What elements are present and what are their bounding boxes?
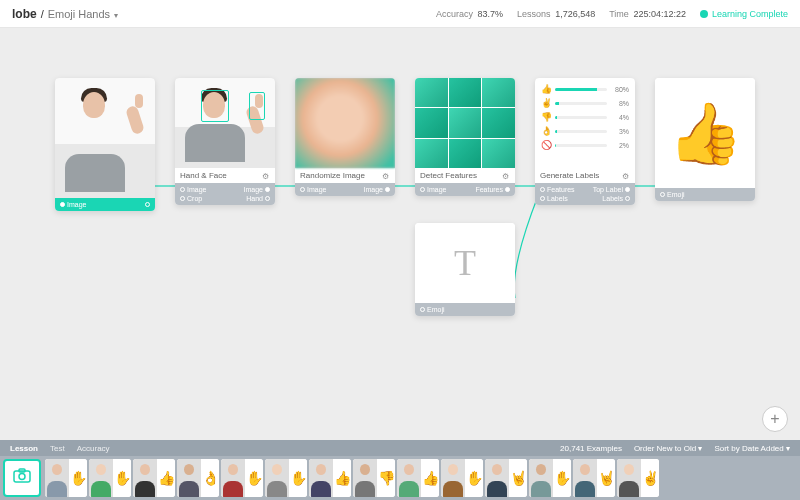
- example-thumbnail[interactable]: 👌: [177, 459, 219, 497]
- header-stats: Accuracy 83.7% Lessons 1,726,548 Time 22…: [436, 9, 788, 19]
- thumbnail-emoji: ✋: [69, 459, 87, 497]
- detect-preview: [415, 78, 515, 168]
- tab-lesson[interactable]: Lesson: [10, 444, 38, 453]
- thumbnail-emoji: 👍: [333, 459, 351, 497]
- brand-name: lobe: [12, 7, 37, 21]
- example-thumbnail[interactable]: ✋: [529, 459, 571, 497]
- label-prediction-row: 🚫2%: [541, 140, 629, 150]
- label-prediction-row: 👎4%: [541, 112, 629, 122]
- node-hand-and-face[interactable]: Hand & Face⚙ Image Image Crop Hand: [175, 78, 275, 205]
- example-thumbnail[interactable]: ✌️: [617, 459, 659, 497]
- plus-icon: +: [770, 410, 779, 428]
- add-node-button[interactable]: +: [762, 406, 788, 432]
- example-thumbnail[interactable]: ✋: [265, 459, 307, 497]
- thumbnail-emoji: 🤘: [597, 459, 615, 497]
- example-thumbnail[interactable]: 👎: [353, 459, 395, 497]
- thumbnail-emoji: 👌: [201, 459, 219, 497]
- thumbnail-emoji: 👍: [157, 459, 175, 497]
- example-thumbnail[interactable]: ✋: [221, 459, 263, 497]
- label-prediction-row: ✌️8%: [541, 98, 629, 108]
- handface-preview: [175, 78, 275, 168]
- status-dot-icon: [700, 10, 708, 18]
- example-thumbnail[interactable]: 🤘: [573, 459, 615, 497]
- label-pct: 8%: [611, 100, 629, 107]
- tab-test[interactable]: Test: [50, 444, 65, 453]
- example-thumbnail[interactable]: ✋: [441, 459, 483, 497]
- chevron-down-icon[interactable]: ▾: [114, 11, 118, 20]
- graph-canvas[interactable]: Image Hand & Face⚙ Image Image Crop Hand…: [0, 28, 800, 440]
- label-glyph: 🚫: [541, 140, 551, 150]
- gear-icon[interactable]: ⚙: [622, 172, 630, 180]
- node-input-image[interactable]: Image: [55, 78, 155, 211]
- label-pct: 4%: [611, 114, 629, 121]
- label-glyph: 👎: [541, 112, 551, 122]
- thumbnail-emoji: 👎: [377, 459, 395, 497]
- label-pct: 80%: [611, 86, 629, 93]
- chevron-down-icon: ▾: [698, 444, 702, 453]
- labels-preview: 👍80%✌️8%👎4%👌3%🚫2%: [535, 78, 635, 168]
- gear-icon[interactable]: ⚙: [502, 172, 510, 180]
- node-text-emoji[interactable]: T Emoji: [415, 223, 515, 316]
- thumbnail-emoji: ✋: [289, 459, 307, 497]
- example-strip[interactable]: ✋✋👍👌✋✋👍👎👍✋🤘✋🤘✌️: [0, 456, 800, 500]
- footer-tabs: LessonTestAccuracy: [10, 444, 110, 453]
- thumbnail-emoji: ✌️: [641, 459, 659, 497]
- breadcrumb-divider: /: [41, 8, 44, 20]
- label-prediction-row: 👌3%: [541, 126, 629, 136]
- example-thumbnail[interactable]: 👍: [397, 459, 439, 497]
- breadcrumb[interactable]: lobe / Emoji Hands ▾: [12, 7, 118, 21]
- example-thumbnail[interactable]: 🤘: [485, 459, 527, 497]
- chevron-down-icon: ▾: [786, 444, 790, 453]
- label-pct: 2%: [611, 142, 629, 149]
- label-prediction-row: 👍80%: [541, 84, 629, 94]
- thumbnail-emoji: 👍: [421, 459, 439, 497]
- label-glyph: ✌️: [541, 98, 551, 108]
- gear-icon[interactable]: ⚙: [262, 172, 270, 180]
- camera-icon: [13, 468, 31, 488]
- text-node-preview: T: [415, 223, 515, 303]
- randomize-preview: [295, 78, 395, 168]
- label-glyph: 👍: [541, 84, 551, 94]
- camera-capture-button[interactable]: [3, 459, 41, 497]
- input-image-preview: [55, 78, 155, 198]
- example-thumbnail[interactable]: ✋: [45, 459, 87, 497]
- node-ports: Image: [55, 198, 155, 211]
- examples-count: 20,741 Examples: [560, 444, 622, 453]
- thumbnail-emoji: 🤘: [509, 459, 527, 497]
- stat-time: Time 225:04:12:22: [609, 9, 686, 19]
- node-generate-labels[interactable]: 👍80%✌️8%👎4%👌3%🚫2% Generate Labels⚙ Featu…: [535, 78, 635, 205]
- node-output-emoji[interactable]: 👍 Emoji: [655, 78, 755, 201]
- example-thumbnail[interactable]: 👍: [133, 459, 175, 497]
- order-dropdown[interactable]: Order New to Old ▾: [634, 444, 702, 453]
- thumbnail-emoji: ✋: [553, 459, 571, 497]
- sort-dropdown[interactable]: Sort by Date Added ▾: [714, 444, 790, 453]
- stat-accuracy: Accuracy 83.7%: [436, 9, 503, 19]
- footer: LessonTestAccuracy 20,741 Examples Order…: [0, 440, 800, 500]
- output-emoji-preview: 👍: [655, 78, 755, 188]
- stat-lessons: Lessons 1,726,548: [517, 9, 595, 19]
- label-pct: 3%: [611, 128, 629, 135]
- node-detect-features[interactable]: Detect Features⚙ Image Features: [415, 78, 515, 196]
- example-thumbnail[interactable]: 👍: [309, 459, 351, 497]
- header-bar: lobe / Emoji Hands ▾ Accuracy 83.7% Less…: [0, 0, 800, 28]
- label-glyph: 👌: [541, 126, 551, 136]
- gear-icon[interactable]: ⚙: [382, 172, 390, 180]
- node-randomize-image[interactable]: Randomize Image⚙ Image Image: [295, 78, 395, 196]
- project-name: Emoji Hands: [48, 8, 110, 20]
- svg-point-1: [19, 474, 25, 480]
- example-thumbnail[interactable]: ✋: [89, 459, 131, 497]
- thumbnail-emoji: ✋: [245, 459, 263, 497]
- training-status: Learning Complete: [700, 9, 788, 19]
- thumbnail-emoji: ✋: [113, 459, 131, 497]
- thumbnail-emoji: ✋: [465, 459, 483, 497]
- tab-accuracy[interactable]: Accuracy: [77, 444, 110, 453]
